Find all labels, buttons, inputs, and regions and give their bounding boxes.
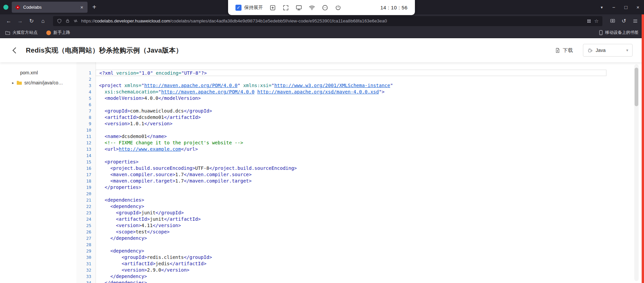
line-number: 29: [76, 248, 96, 254]
line-content: <name>dcsdemo01</name>: [96, 133, 606, 140]
page-header: Redis实现（电商网站）秒杀抢购示例（Java版本） 下载: [0, 38, 644, 62]
mobile-bookmarks-item[interactable]: 移动设备上的书签: [599, 30, 639, 36]
bookmark-star-icon[interactable]: ☆: [594, 18, 599, 24]
screen: Codelabs × + ▾ − □ × ✓ 保持展开: [0, 0, 644, 283]
remote-desktop-toolbar: ✓ 保持展开: [228, 0, 415, 15]
back-button[interactable]: ←: [3, 18, 14, 24]
bookmark-item-getting-started[interactable]: 新手上路: [46, 30, 70, 36]
wifi-icon: [309, 4, 315, 11]
code-line: 12 <!-- FIXME change it to the project's…: [76, 140, 644, 146]
line-content: <dependencies>: [96, 197, 606, 203]
code-line: 29 <dependency>: [76, 248, 644, 254]
tab-list-dropdown-icon[interactable]: ▾: [596, 5, 608, 10]
code-line: 3<project xmlns="http://maven.apache.org…: [76, 82, 644, 89]
url-scheme: https://: [81, 18, 95, 23]
url-text: https://codelabs.developer.huaweicloud.c…: [81, 18, 584, 23]
line-content: [96, 241, 606, 248]
permissions-arrows-icon[interactable]: [73, 18, 78, 23]
line-content: <url>http://www.example.com</url>: [96, 146, 606, 152]
new-tab-button[interactable]: +: [89, 3, 100, 11]
line-number: 13: [76, 146, 96, 152]
lock-icon[interactable]: [65, 18, 70, 23]
tab-close-icon[interactable]: ×: [79, 4, 85, 10]
code-line: 25 <version>4.11</version>: [76, 222, 644, 229]
line-content: <artifactId>dcsdemo01</artifactId>: [96, 114, 606, 121]
line-content: <scope>test</scope>: [96, 229, 606, 235]
window-maximize-button[interactable]: □: [620, 4, 632, 10]
browser-toolbar: ← → ↻ ⌂ https://codelabs.developer.huawe…: [0, 14, 644, 27]
line-number: 19: [76, 184, 96, 191]
address-bar[interactable]: https://codelabs.developer.huaweicloud.c…: [53, 16, 602, 26]
history-restore-icon[interactable]: ↺: [619, 18, 629, 24]
bookmark-item-firefox-site[interactable]: 火狐官方站点: [5, 30, 38, 36]
line-number: 2: [76, 76, 96, 82]
extension-icon[interactable]: [607, 18, 618, 24]
download-label: 下载: [563, 47, 573, 54]
line-content: [96, 76, 606, 82]
language-select[interactable]: Java ▾: [583, 44, 633, 57]
vertical-scrollbar[interactable]: [634, 64, 639, 281]
monitor-icon: [296, 4, 302, 11]
tree-caret-icon[interactable]: ▸: [12, 81, 14, 85]
ellipsis-circle-icon: [322, 4, 328, 11]
code-viewer[interactable]: 1<?xml version="1.0" encoding="UTF-8"?>2…: [76, 62, 644, 283]
java-coffee-icon: [587, 48, 593, 53]
code-line: 33 </dependency>: [76, 273, 644, 280]
line-content: [96, 101, 606, 108]
line-content: [96, 191, 606, 197]
window-minimize-button[interactable]: −: [608, 4, 620, 10]
keep-expanded-label: 保持展开: [244, 5, 263, 11]
keep-expanded-checkbox[interactable]: ✓ 保持展开: [235, 5, 263, 11]
page-back-button[interactable]: [12, 47, 18, 53]
line-number: 26: [76, 229, 96, 235]
forward-button[interactable]: →: [15, 18, 25, 24]
side-panel-handle[interactable]: [642, 14, 644, 283]
firefox-view-icon[interactable]: [3, 5, 8, 10]
folder-icon: [16, 80, 22, 85]
folder-outline-icon: [5, 31, 10, 35]
qr-grid-icon[interactable]: [587, 19, 591, 23]
code-line: 34 </dependencies>: [76, 280, 644, 283]
code-line: 7 <groupId>com.huaweicloud.dcs</groupId>: [76, 108, 644, 114]
line-content: <version>1.0.1</version>: [96, 121, 606, 127]
code-line: 6: [76, 101, 644, 108]
line-content: <version>4.11</version>: [96, 222, 606, 229]
menu-hamburger-icon[interactable]: [630, 18, 641, 24]
code-line: 9 <version>1.0.1</version>: [76, 121, 644, 127]
tree-item-label: src/main/java/co…: [24, 80, 63, 85]
line-number: 14: [76, 152, 96, 159]
code-line: 5 <modelVersion>4.0.0</modelVersion>: [76, 95, 644, 101]
shield-icon[interactable]: [57, 18, 62, 24]
chevron-down-icon: ▾: [626, 48, 628, 53]
phone-icon: [599, 30, 603, 35]
new-window-button[interactable]: [269, 4, 276, 11]
language-select-value: Java: [596, 48, 606, 53]
line-number: 9: [76, 121, 96, 127]
more-options-button[interactable]: [322, 4, 328, 11]
line-content: <properties>: [96, 159, 606, 165]
code-line: 18 <maven.compiler.target>1.7</maven.com…: [76, 178, 644, 184]
active-tab[interactable]: Codelabs ×: [12, 2, 88, 13]
window-close-button[interactable]: ×: [632, 4, 644, 10]
page-title: Redis实现（电商网站）秒杀抢购示例（Java版本）: [26, 46, 182, 55]
line-content: [96, 152, 606, 159]
line-number: 18: [76, 178, 96, 184]
power-button[interactable]: [335, 4, 341, 11]
tree-item-pom-xml[interactable]: pom.xml: [0, 68, 76, 78]
codelabs-page: Redis实现（电商网站）秒杀抢购示例（Java版本） 下载: [0, 38, 644, 283]
line-number: 15: [76, 159, 96, 165]
line-number: 32: [76, 267, 96, 273]
scrollbar-thumb[interactable]: [635, 68, 638, 106]
tab-title: Codelabs: [23, 5, 76, 10]
tree-item-src-folder[interactable]: ▸ src/main/java/co…: [0, 78, 76, 88]
line-number: 28: [76, 241, 96, 248]
home-button[interactable]: ⌂: [38, 18, 48, 24]
tree-item-label: pom.xml: [20, 70, 38, 75]
fullscreen-button[interactable]: [282, 4, 289, 11]
download-button[interactable]: 下载: [555, 47, 573, 54]
checkbox-checked-icon[interactable]: ✓: [235, 5, 241, 11]
network-status-button[interactable]: [309, 4, 315, 11]
code-line: 23 <groupId>junit</groupId>: [76, 210, 644, 216]
reload-button[interactable]: ↻: [26, 18, 37, 24]
display-settings-button[interactable]: [296, 4, 302, 11]
